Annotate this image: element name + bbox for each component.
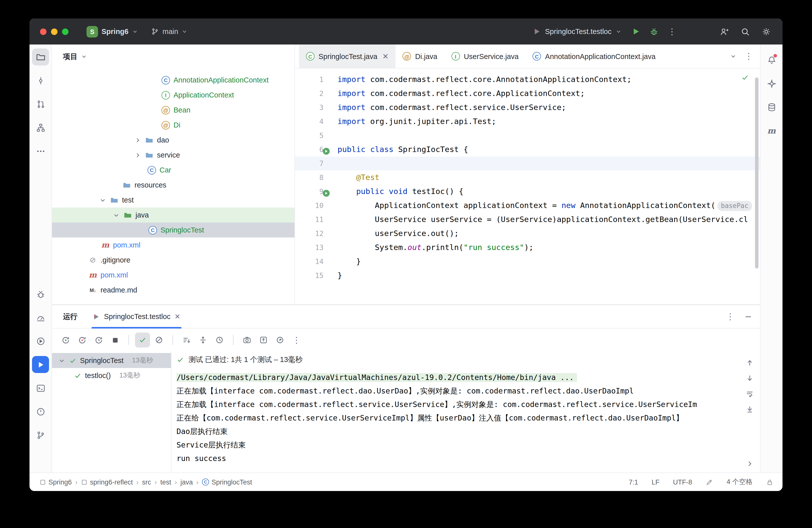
toggle-auto-test-button[interactable] bbox=[91, 333, 106, 348]
open-in-new-window-button[interactable] bbox=[273, 333, 288, 348]
project-widget[interactable]: S Spring6 bbox=[87, 26, 138, 37]
tree-item[interactable]: dao bbox=[52, 132, 294, 147]
database-button[interactable] bbox=[763, 99, 780, 116]
minimize-window-button[interactable] bbox=[51, 28, 58, 35]
debug-button[interactable] bbox=[647, 24, 662, 39]
encoding-widget[interactable]: UTF-8 bbox=[673, 478, 692, 486]
test-suite-row[interactable]: SpringlocTest 13毫秒 bbox=[52, 353, 171, 368]
code-line[interactable]: 4import org.junit.jupiter.api.Test; bbox=[295, 115, 760, 129]
notifications-button[interactable] bbox=[763, 52, 780, 69]
caret-position-widget[interactable]: 7:1 bbox=[629, 478, 638, 486]
pull-requests-tool-window-button[interactable] bbox=[32, 96, 49, 113]
code-line[interactable]: 14 } bbox=[295, 254, 760, 268]
thread-dump-button[interactable] bbox=[240, 333, 255, 348]
sort-tests-button[interactable] bbox=[179, 333, 194, 348]
code-line[interactable]: 5 bbox=[295, 129, 760, 143]
code-line[interactable]: 9 public void testIoc() { bbox=[295, 185, 760, 199]
close-tab-icon[interactable]: ✕ bbox=[382, 52, 389, 61]
tab-userservice-java[interactable]: I UserService.java bbox=[444, 44, 525, 68]
chevron-down-icon[interactable] bbox=[112, 212, 120, 218]
tree-item[interactable]: IApplicationContext bbox=[52, 88, 294, 103]
tree-item[interactable]: mpom.xml bbox=[52, 237, 294, 252]
test-case-row[interactable]: testloc() 13毫秒 bbox=[52, 368, 171, 383]
code-line[interactable]: 1import com.codermast.reflect.core.Annot… bbox=[295, 73, 760, 87]
tab-di-java[interactable]: @ Di.java bbox=[396, 44, 445, 68]
lock-icon[interactable] bbox=[766, 478, 773, 486]
problems-tool-window-button[interactable] bbox=[32, 403, 49, 420]
stop-button[interactable] bbox=[107, 333, 122, 348]
code-line[interactable]: 13 System.out.println("run success"); bbox=[295, 240, 760, 254]
rerun-button[interactable] bbox=[58, 333, 73, 348]
chevron-down-icon[interactable] bbox=[58, 357, 66, 364]
rerun-failed-tests-button[interactable] bbox=[74, 333, 89, 348]
breadcrumb-item[interactable]: java bbox=[180, 478, 193, 486]
tree-item[interactable]: CSpringlocTest bbox=[52, 222, 294, 237]
code-line-current[interactable]: 7 bbox=[295, 157, 760, 171]
next-occurrence-icon[interactable] bbox=[745, 374, 754, 382]
code-line[interactable]: 2import com.codermast.reflect.core.Appli… bbox=[295, 87, 760, 101]
breadcrumb-item[interactable]: src bbox=[142, 478, 151, 486]
profiler-tool-window-button[interactable] bbox=[32, 309, 49, 326]
test-history-button[interactable] bbox=[212, 333, 227, 348]
run-toolbar-more-button[interactable]: ⋮ bbox=[289, 333, 304, 348]
tree-item[interactable]: CCar bbox=[52, 162, 294, 177]
ai-assistant-button[interactable] bbox=[763, 75, 780, 92]
tree-item[interactable]: mpom.xml bbox=[52, 267, 294, 282]
search-everywhere-button[interactable] bbox=[738, 24, 753, 39]
breadcrumb-item[interactable]: spring6-reflect bbox=[81, 478, 133, 486]
run-button[interactable] bbox=[628, 24, 643, 39]
collapse-all-button[interactable] bbox=[195, 333, 211, 348]
structure-tool-window-button[interactable] bbox=[32, 119, 49, 136]
maven-button[interactable]: m bbox=[763, 122, 780, 139]
code-with-me-button[interactable] bbox=[716, 24, 731, 39]
hide-panel-icon[interactable] bbox=[744, 313, 752, 320]
tab-springloctest-java[interactable]: C SpringlocTest.java ✕ bbox=[299, 44, 396, 68]
code-line[interactable]: 11 UserService userService = (UserServic… bbox=[295, 212, 760, 226]
code-editor[interactable]: 1import com.codermast.reflect.core.Annot… bbox=[295, 69, 760, 305]
settings-button[interactable] bbox=[758, 24, 773, 39]
more-tool-windows-button[interactable] bbox=[32, 143, 49, 160]
code-line[interactable]: 3import com.codermast.reflect.service.Us… bbox=[295, 101, 760, 115]
version-control-tool-window-button[interactable] bbox=[32, 426, 49, 443]
hidden-tabs-chevron-icon[interactable] bbox=[730, 53, 737, 59]
show-passed-toggle[interactable] bbox=[135, 333, 150, 348]
code-line[interactable]: 10 ApplicationContext applicationContext… bbox=[295, 199, 760, 212]
previous-occurrence-icon[interactable] bbox=[745, 358, 754, 367]
tree-item[interactable]: CAnnotationApplicationContext bbox=[52, 73, 294, 88]
scroll-to-end-icon[interactable] bbox=[745, 405, 754, 413]
more-actions-button[interactable]: ⋮ bbox=[665, 24, 680, 39]
line-separator-widget[interactable]: LF bbox=[652, 478, 659, 486]
editor-options-icon[interactable]: ⋮ bbox=[744, 52, 753, 60]
project-tool-window-button[interactable] bbox=[32, 48, 49, 65]
close-window-button[interactable] bbox=[40, 28, 46, 35]
chevron-down-icon[interactable] bbox=[81, 54, 87, 59]
debug-tool-window-button[interactable] bbox=[32, 285, 49, 303]
run-configuration-widget[interactable]: SpringlocTest.testloc bbox=[533, 28, 622, 35]
expand-console-icon[interactable] bbox=[746, 460, 753, 468]
terminal-tool-window-button[interactable] bbox=[32, 380, 49, 396]
code-line[interactable]: 15} bbox=[295, 268, 760, 282]
code-line[interactable]: 8 @Test bbox=[295, 171, 760, 185]
code-line[interactable]: 12 userService.out(); bbox=[295, 226, 760, 240]
run-tab[interactable]: SpringlocTest.testloc ✕ bbox=[91, 305, 181, 328]
tree-item[interactable]: ⊘.gitignore bbox=[52, 252, 294, 267]
services-tool-window-button[interactable] bbox=[32, 333, 49, 350]
zoom-window-button[interactable] bbox=[62, 28, 69, 35]
editor-scrollbar[interactable] bbox=[755, 77, 758, 268]
breadcrumb-item[interactable]: C SpringlocTest bbox=[202, 478, 252, 486]
tree-item[interactable]: @Di bbox=[52, 117, 294, 132]
vcs-branch-widget[interactable]: main bbox=[151, 28, 188, 35]
chevron-right-icon[interactable] bbox=[133, 152, 142, 158]
run-tool-window-button[interactable] bbox=[32, 356, 49, 373]
inspections-ok-icon[interactable] bbox=[741, 73, 749, 84]
export-test-results-button[interactable] bbox=[256, 333, 271, 348]
tree-item[interactable]: test bbox=[52, 192, 294, 207]
tab-annotationapplicationcontext-java[interactable]: C AnnotationApplicationContext.java bbox=[525, 44, 663, 68]
breadcrumb-item[interactable]: Spring6 bbox=[40, 478, 72, 486]
chevron-down-icon[interactable] bbox=[99, 197, 106, 203]
tree-item[interactable]: @Bean bbox=[52, 103, 294, 117]
soft-wrap-icon[interactable] bbox=[745, 390, 754, 398]
breadcrumb-item[interactable]: test bbox=[160, 478, 171, 486]
close-run-tab-icon[interactable]: ✕ bbox=[174, 312, 180, 321]
tree-item[interactable]: resources bbox=[52, 177, 294, 192]
